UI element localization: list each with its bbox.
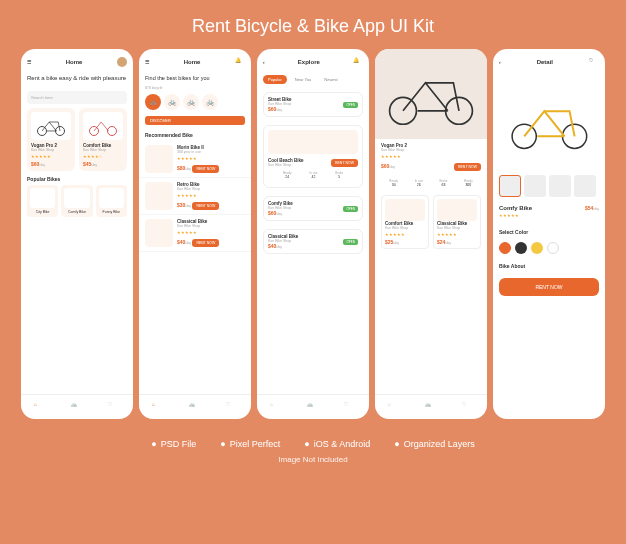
bike-icon[interactable]: 🚲	[71, 401, 83, 413]
svg-point-3	[108, 127, 117, 136]
popular-row: City Bike Comfy Bike Funny Bike	[21, 185, 133, 217]
feature-item: ●Organized Layers	[394, 439, 474, 449]
open-badge: OPEN	[343, 239, 358, 245]
rating-stars: ★★★★★	[381, 154, 481, 159]
bottom-nav: ⌂ 🚲 ♡	[21, 394, 133, 419]
featured-row: Vogan Pro 2 Kun Bike Shop ★★★★★ $60/day …	[21, 108, 133, 171]
page-title: Rent Bicycle & Bike App UI Kit	[0, 0, 626, 49]
bike-shop: Kun Bike Shop	[385, 226, 425, 230]
bike-image	[31, 112, 71, 140]
price-per: /day	[276, 245, 282, 249]
back-icon[interactable]: ‹	[263, 59, 265, 65]
category-chip[interactable]: 🚲	[202, 94, 218, 110]
featured-card[interactable]: Vogan Pro 2 Kun Bike Shop ★★★★★ $60/day	[27, 108, 75, 171]
bullet-icon: ●	[220, 439, 225, 449]
bike-thumb	[64, 188, 89, 208]
color-swatch[interactable]	[499, 242, 511, 254]
home-icon[interactable]: ⌂	[34, 401, 46, 413]
recommend-card[interactable]: Classical Bike Kun Bike Shop ★★★★★ $24/d…	[433, 195, 481, 249]
section-title: Recommended Bike	[139, 127, 251, 141]
home-icon[interactable]: ⌂	[270, 401, 282, 413]
pill-newest[interactable]: Newest	[319, 75, 342, 84]
list-item[interactable]: Retro Bike Kun Bike Shop ★★★★★ $30/day R…	[139, 178, 251, 215]
explore-card[interactable]: Comfy BikeKun Bike Shop$60/dayOPEN	[263, 196, 363, 221]
bike-thumb	[99, 188, 124, 208]
spec-item: Broke63	[440, 179, 448, 187]
thumbnail[interactable]	[574, 175, 596, 197]
category-chip[interactable]: 🚲	[164, 94, 180, 110]
profile-icon[interactable]: ♡	[344, 401, 356, 413]
thumbnail[interactable]	[549, 175, 571, 197]
hero-image	[493, 71, 605, 171]
specs-row: Ready24 In use42 Broke5	[268, 167, 358, 183]
rent-button[interactable]: RENT NOW	[192, 239, 219, 247]
svg-point-4	[390, 97, 417, 124]
screen-home-2: ☰ Home 🔔 Find the best bikes for you 870…	[139, 49, 251, 419]
price-per: /day	[91, 163, 97, 167]
bike-shop: Kun Bike Shop	[31, 148, 71, 152]
profile-icon[interactable]: ♡	[226, 401, 238, 413]
menu-icon[interactable]: ☰	[145, 59, 149, 65]
bell-icon[interactable]: 🔔	[353, 57, 363, 67]
bell-icon[interactable]: 🔔	[235, 57, 245, 67]
price-per: /day	[393, 241, 399, 245]
explore-card[interactable]: Street BikeKun Bike Shop$60/dayOPEN	[263, 92, 363, 117]
rating-stars: ★★★★★	[31, 154, 71, 159]
screen-detail-2: ‹ Detail ♡ Comfy Bike $54/day ★★★★★ Sele…	[493, 49, 605, 419]
price-per: /day	[39, 163, 45, 167]
rent-now-button[interactable]: RENT NOW	[499, 278, 599, 296]
bike-icon[interactable]: 🚲	[189, 401, 201, 413]
category-chip[interactable]: 🚲	[145, 94, 161, 110]
svg-point-5	[446, 97, 473, 124]
popular-card[interactable]: City Bike	[27, 185, 58, 217]
bike-icon[interactable]: 🚲	[307, 401, 319, 413]
rating-stars: ★★★★★	[177, 193, 245, 198]
rent-button[interactable]: RENT NOW	[331, 159, 358, 167]
avatar[interactable]	[117, 57, 127, 67]
bullet-icon: ●	[151, 439, 156, 449]
featured-card[interactable]: Comfort Bike Kun Bike Shop ★★★★☆ $45/day	[79, 108, 127, 171]
list-item[interactable]: Morin Bike II 300 year in use ★★★★★ $80/…	[139, 141, 251, 178]
pill-nearyou[interactable]: Near You	[290, 75, 316, 84]
hero-image	[375, 49, 487, 139]
rent-button[interactable]: RENT NOW	[454, 163, 481, 171]
back-icon[interactable]: ‹	[499, 59, 501, 65]
header: ☰ Home 🔔	[139, 49, 251, 71]
spec-item: In use42	[309, 171, 317, 179]
popular-card[interactable]: Comfy Bike	[61, 185, 92, 217]
rent-button[interactable]: RENT NOW	[192, 202, 219, 210]
bike-icon[interactable]: 🚲	[425, 401, 437, 413]
thumbnail[interactable]	[499, 175, 521, 197]
thumbnail-row	[493, 171, 605, 201]
search-input[interactable]: Search here	[27, 91, 127, 104]
bottom-nav: ⌂ 🚲 ♡	[257, 394, 369, 419]
discover-button[interactable]: DISCOVER	[145, 116, 245, 125]
price-per: /day	[445, 241, 451, 245]
profile-icon[interactable]: ♡	[462, 401, 474, 413]
color-swatch[interactable]	[515, 242, 527, 254]
rating-stars: ★★★★☆	[83, 154, 123, 159]
spec-item: In use26	[415, 179, 423, 187]
popular-card[interactable]: Funny Bike	[96, 185, 127, 217]
thumbnail[interactable]	[524, 175, 546, 197]
home-icon[interactable]: ⌂	[152, 401, 164, 413]
menu-icon[interactable]: ☰	[27, 59, 31, 65]
profile-icon[interactable]: ♡	[108, 401, 120, 413]
category-chip[interactable]: 🚲	[183, 94, 199, 110]
home-icon[interactable]: ⌂	[388, 401, 400, 413]
rent-button[interactable]: RENT NOW	[192, 165, 219, 173]
spec-item: Broke5	[335, 171, 343, 179]
screen-detail-1: Vogan Pro 2 Kun Bike Shop ★★★★★ $60/dayR…	[375, 49, 487, 419]
list-item[interactable]: Classical Bike Kun Bike Shop ★★★★★ $40/d…	[139, 215, 251, 252]
color-swatch[interactable]	[547, 242, 559, 254]
spec-item: Ready34	[389, 179, 398, 187]
feature-item: ●iOS & Android	[304, 439, 370, 449]
feature-item: ●PSD File	[151, 439, 196, 449]
pill-popular[interactable]: Popular	[263, 75, 287, 84]
explore-card[interactable]: Cool Beach BikeKun Bike ShopRENT NOW Rea…	[263, 125, 363, 188]
color-swatch[interactable]	[531, 242, 543, 254]
recommend-card[interactable]: Comfort Bike Kun Bike Shop ★★★★★ $25/day	[381, 195, 429, 249]
header-title: Detail	[537, 59, 553, 65]
explore-card[interactable]: Classical BikeKun Bike Shop$40/dayOPEN	[263, 229, 363, 254]
heart-icon[interactable]: ♡	[589, 57, 599, 67]
